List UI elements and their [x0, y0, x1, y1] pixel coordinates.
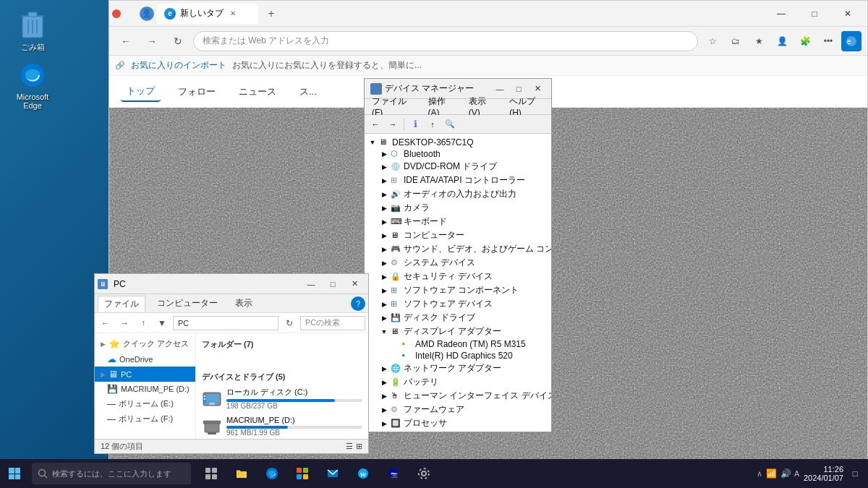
devmgr-camera[interactable]: ▶ 📷 カメラ [376, 201, 551, 215]
explorer-recent-btn[interactable]: ▼ [154, 315, 170, 331]
explorer-help-button[interactable]: ? [351, 296, 365, 311]
devmgr-sw-comp[interactable]: ▶ ⊞ ソフトウェア コンポーネント [376, 283, 551, 297]
devmgr-disk[interactable]: ▶ 💾 ディスク ドライブ [376, 311, 551, 325]
sidebar-volume-f[interactable]: — ボリューム (F:) [95, 411, 195, 427]
profile-icon2[interactable]: 👤 [772, 31, 792, 51]
devmgr-ide[interactable]: ▶ ⊞ IDE ATA/ATAPI コントローラー [376, 174, 551, 187]
ribbon-tab-file[interactable]: ファイル [98, 296, 145, 312]
devmgr-properties-btn[interactable]: ℹ [407, 116, 423, 132]
import-favorites-link[interactable]: お気に入りのインポート [131, 59, 226, 72]
explorer-title-icons: 🖥 [98, 279, 108, 289]
devmgr-keyboard[interactable]: ▶ ⌨ キーボード [376, 215, 551, 228]
drive-d-item[interactable]: MACRIUM_PE (D:) 961 MB/1.99 GB [199, 413, 365, 439]
collections-icon[interactable]: 🗂 [726, 31, 746, 51]
notification-icon[interactable]: □ [848, 469, 862, 478]
edge-taskbar-btn[interactable] [258, 459, 286, 488]
devmgr-network[interactable]: ▶ 🌐 ネットワーク アダプター [376, 361, 551, 375]
refresh-button[interactable]: ↻ [167, 30, 189, 52]
desktop-icon-edge[interactable]: Microsoft Edge [7, 58, 58, 113]
minimize-button[interactable]: — [765, 1, 798, 27]
extensions-icon[interactable]: 🧩 [795, 31, 815, 51]
taskbar-search[interactable]: 検索するには、ここに入力します [32, 463, 191, 484]
more-icon[interactable]: ••• [818, 31, 838, 51]
ve-expand-icon [101, 401, 104, 408]
chevron-up-icon[interactable]: ∧ [757, 469, 762, 479]
detail-view-icon[interactable]: ⊞ [356, 442, 362, 451]
devmgr-firmware[interactable]: ▶ ⚙ ファームウェア [376, 403, 551, 416]
devmgr-display[interactable]: ▼ 🖥 ディスプレイ アダプター [376, 325, 551, 338]
devmgr-audio[interactable]: ▶ 🔊 オーディオの入力および出力 [376, 187, 551, 201]
explorer-minimize[interactable]: — [300, 274, 322, 294]
explorer-up-btn[interactable]: ↑ [135, 315, 151, 331]
store-taskbar-btn[interactable] [288, 459, 317, 488]
explorer-forward-btn[interactable]: → [116, 315, 132, 331]
drive-c-info: ローカル ディスク (C:) 198 GB/237 GB [226, 387, 362, 410]
bat-label: バッテリ [404, 376, 438, 388]
drive-c-item[interactable]: ローカル ディスク (C:) 198 GB/237 GB [199, 384, 365, 413]
volume-icon: 🔊 [780, 468, 791, 479]
sidebar-quick-access[interactable]: ▶ ⭐ クイック アクセス [95, 336, 195, 351]
devmgr-sysdev[interactable]: ▶ ⚙ システム デバイス [376, 256, 551, 270]
settings-taskbar-btn[interactable] [409, 459, 438, 488]
devmgr-dvd[interactable]: ▶ 💿 DVD/CD-ROM ドライブ [376, 160, 551, 174]
explorer-taskbar-btn[interactable] [227, 459, 256, 488]
maximize-button[interactable]: □ [798, 1, 831, 27]
app2-taskbar-btn[interactable]: 📷 [379, 459, 408, 488]
explorer-maximize[interactable]: □ [322, 274, 344, 294]
devmgr-update-btn[interactable]: ↑ [425, 116, 441, 132]
mail-taskbar-btn[interactable] [318, 459, 347, 488]
taskview-button[interactable] [197, 459, 226, 488]
msn-nav-follow[interactable]: フォロー [172, 82, 221, 101]
explorer-address-bar[interactable]: PC [173, 316, 278, 330]
devmgr-hid[interactable]: ▶ 🖱 ヒューマン インターフェイス デバイス [376, 389, 551, 403]
devmgr-intel-gpu[interactable]: ▪ Intel(R) HD Graphics 520 [388, 350, 551, 361]
ime-indicator[interactable]: A [794, 470, 799, 478]
explorer-close[interactable]: ✕ [344, 274, 365, 294]
address-bar[interactable]: 検索または Web アドレスを入力 [193, 31, 698, 51]
msn-nav-news[interactable]: ニュース [233, 82, 282, 101]
back-button[interactable]: ← [115, 30, 137, 52]
explorer-search-box[interactable]: PCの検索 [300, 316, 365, 330]
close-button[interactable]: ✕ [831, 1, 864, 27]
devmgr-computer[interactable]: ▶ 🖥 コンピューター [376, 228, 551, 242]
devmgr-bluetooth[interactable]: ▶ ⬡ Bluetooth [376, 148, 551, 160]
devmgr-root-node[interactable]: ▼ 🖥 DESKTOP-3657C1Q [365, 137, 551, 148]
devmgr-menubar: ファイル(F) 操作(A) 表示(V) ヘルプ(H) [365, 99, 551, 115]
explorer-back-btn[interactable]: ← [98, 315, 114, 331]
msn-nav-top[interactable]: トップ [121, 82, 161, 102]
desktop-icon-recycle-bin[interactable]: ごみ箱 [7, 7, 58, 56]
devmgr-battery[interactable]: ▶ 🔋 バッテリ [376, 375, 551, 389]
app1-taskbar-btn[interactable]: W [349, 459, 378, 488]
browser-tab-new[interactable]: e 新しいタブ ✕ [157, 4, 258, 24]
edge-copilot-icon[interactable]: e [841, 31, 861, 51]
ribbon-tab-computer[interactable]: コンピューター [151, 296, 224, 311]
list-view-icon[interactable]: ☰ [346, 442, 353, 451]
favorites-bar: 🔗 お気に入りのインポート お気に入りにお気に入りを登録すると、簡単に... [109, 56, 867, 76]
new-tab-button[interactable]: + [261, 4, 281, 24]
start-button[interactable] [0, 459, 29, 488]
sidebar-pc[interactable]: ▶ 🖥 PC [95, 367, 195, 382]
ribbon-tab-view[interactable]: 表示 [229, 296, 258, 311]
devmgr-scan-btn[interactable]: 🔍 [442, 116, 458, 132]
devmgr-amd-gpu[interactable]: ▪ AMD Radeon (TM) R5 M315 [388, 338, 551, 350]
favorites-icon[interactable]: ☆ [702, 31, 723, 51]
devmgr-security[interactable]: ▶ 🔒 セキュリティ デバイス [376, 270, 551, 283]
devmgr-portable[interactable]: ▶ 📱 ポータブル デバイス [376, 430, 551, 432]
sidebar-onedrive[interactable]: ☁ OneDrive [95, 351, 195, 367]
tab-close-button[interactable]: ✕ [228, 9, 238, 19]
intel-icon: ▪ [402, 351, 412, 361]
devmgr-processor[interactable]: ▶ 🔲 プロセッサ [376, 416, 551, 430]
profile-icon[interactable]: 👤 [140, 7, 154, 21]
sys-label: システム デバイス [404, 257, 475, 269]
msn-nav-other[interactable]: ス... [294, 82, 323, 101]
devmgr-forward-btn[interactable]: → [385, 116, 401, 132]
forward-button[interactable]: → [141, 30, 163, 52]
taskbar-clock[interactable]: 11:26 2024/01/07 [804, 465, 843, 482]
devmgr-back-btn[interactable]: ← [367, 116, 383, 132]
sidebar-volume-e[interactable]: — ボリューム (E:) [95, 396, 195, 411]
sidebar-macrium[interactable]: 💾 MACRIUM_PE (D:) [95, 382, 195, 396]
devmgr-sound[interactable]: ▶ 🎮 サウンド、ビデオ、およびゲーム コントローラー [376, 242, 551, 256]
devmgr-sw-dev[interactable]: ▶ ⊞ ソフトウェア デバイス [376, 297, 551, 311]
explorer-refresh-btn[interactable]: ↻ [281, 315, 297, 331]
bookmark-icon[interactable]: ★ [749, 31, 769, 51]
